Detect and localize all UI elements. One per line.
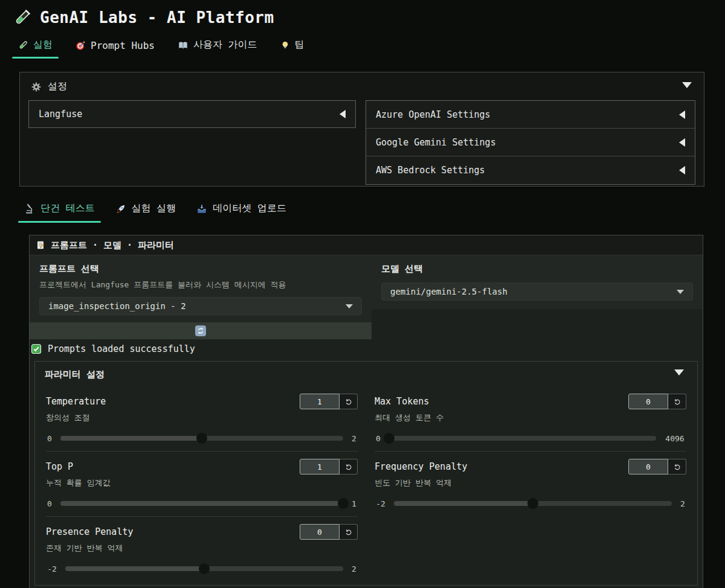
- google-gemini-accordion[interactable]: Google Gemini Settings: [366, 129, 695, 156]
- model-group: 모델 선택 gemini/gemini-2.5-flash: [372, 255, 703, 309]
- prompt-model-params-panel: 프롬프트 · 모델 · 파라미터 프롬프트 선택 프로젝트에서 Langfuse…: [29, 235, 703, 588]
- reset-icon[interactable]: [668, 394, 686, 409]
- status-row: Prompts loaded successfully: [30, 339, 703, 359]
- slider-fill: [394, 501, 533, 506]
- slider-max-label: 4096: [663, 434, 686, 443]
- top-p-input[interactable]: [300, 459, 340, 475]
- tab-label: 실험: [33, 39, 53, 51]
- status-text: Prompts loaded successfully: [48, 344, 195, 354]
- tab-label: Prompt Hubs: [91, 40, 155, 51]
- param-info: 최대 생성 토큰 수: [375, 412, 686, 423]
- slider-max-label: 1: [350, 499, 358, 508]
- chevron-left-icon: [340, 110, 346, 118]
- prompt-select-info: 프로젝트에서 Langfuse 프롬프트를 불러와 시스템 메시지에 적용: [39, 280, 362, 290]
- book-icon: [178, 40, 188, 51]
- slider-min-label: -2: [46, 564, 58, 574]
- param-label: Top P: [46, 461, 73, 472]
- param-label: Max Tokens: [375, 396, 429, 407]
- tab-single-test[interactable]: 단건 테스트: [18, 197, 101, 223]
- bulb-icon: [280, 40, 290, 50]
- tab-tips[interactable]: 팁: [272, 34, 313, 59]
- sub-tabs: 단건 테스트 실험 실행 데이터셋 업로드: [18, 197, 725, 223]
- panel-title: 프롬프트 · 모델 · 파라미터: [51, 240, 174, 251]
- param-info: 빈도 기반 반복 억제: [375, 478, 686, 488]
- param-frequency-penalty: Frequency Penalty 빈도 기반 반복 억제 -2: [375, 452, 686, 517]
- param-label: Temperature: [46, 396, 106, 407]
- tab-experiment[interactable]: 실험: [10, 34, 61, 59]
- slider-track[interactable]: [60, 436, 343, 441]
- param-info: 누적 확률 임계값: [46, 478, 358, 488]
- slider-track[interactable]: [389, 436, 656, 441]
- aws-bedrock-accordion[interactable]: AWS Bedrock Settings: [366, 156, 695, 184]
- chevron-left-icon: [679, 138, 685, 147]
- chevron-down-icon: [346, 304, 353, 308]
- param-presence-penalty: Presence Penalty 존재 기반 반복 억제 -2: [46, 517, 358, 581]
- chevron-left-icon: [679, 166, 685, 174]
- tab-prompt-hubs[interactable]: Prompt Hubs: [67, 35, 163, 59]
- max-tokens-slider: 0 4096: [375, 433, 686, 444]
- gear-icon: [31, 81, 42, 92]
- memo-icon: [36, 240, 45, 250]
- slider-min-label: 0: [46, 499, 53, 508]
- slider-handle[interactable]: [338, 498, 349, 509]
- settings-body: Langfuse Azure OpenAI Settings Google Ge…: [20, 99, 704, 185]
- param-number-group: [628, 394, 686, 409]
- accordion-label: Google Gemini Settings: [376, 137, 496, 148]
- param-top-p: Top P 누적 확률 임계값 0: [46, 452, 358, 517]
- temperature-slider: 0 2: [46, 433, 358, 444]
- slider-handle[interactable]: [199, 563, 210, 574]
- slider-max-label: 2: [350, 434, 358, 443]
- nav-tabs: 실험 Prompt Hubs 사용자 가이드: [10, 34, 725, 59]
- microscope-icon: [24, 203, 35, 214]
- slider-fill: [60, 501, 343, 506]
- langfuse-accordion[interactable]: Langfuse: [28, 100, 356, 128]
- temperature-input[interactable]: [300, 394, 340, 409]
- model-select-dropdown[interactable]: gemini/gemini-2.5-flash: [381, 283, 693, 301]
- chevron-down-icon[interactable]: [682, 82, 692, 88]
- reset-icon[interactable]: [340, 394, 358, 409]
- slider-handle[interactable]: [527, 498, 538, 509]
- azure-openai-accordion[interactable]: Azure OpenAI Settings: [366, 101, 695, 129]
- rocket-icon: [115, 203, 126, 214]
- param-info: 존재 기반 반복 억제: [46, 543, 358, 554]
- param-label: Presence Penalty: [46, 526, 134, 537]
- slider-min-label: 0: [375, 434, 382, 443]
- parameters-title: 파라미터 설정: [45, 369, 105, 380]
- settings-accordion-header[interactable]: 설정: [20, 72, 704, 99]
- frequency-penalty-input[interactable]: [628, 459, 668, 475]
- slider-handle[interactable]: [384, 433, 395, 444]
- max-tokens-input[interactable]: [628, 394, 668, 409]
- slider-max-label: 2: [350, 564, 358, 574]
- test-tube-icon: [13, 8, 31, 27]
- tab-dataset-upload[interactable]: 데이터셋 업로드: [190, 197, 292, 223]
- parameters-accordion-header[interactable]: 파라미터 설정: [35, 362, 697, 386]
- provider-accordion-stack: Azure OpenAI Settings Google Gemini Sett…: [366, 100, 695, 185]
- accordion-label: AWS Bedrock Settings: [376, 165, 485, 176]
- slider-track[interactable]: [394, 501, 672, 506]
- parameters-accordion: 파라미터 설정 Temperature 창의성 조: [34, 361, 698, 586]
- test-tube-icon: [18, 40, 28, 50]
- prompt-select-value: image_inspection_origin - 2: [48, 301, 186, 311]
- reset-icon[interactable]: [340, 459, 358, 475]
- tab-label: 팁: [295, 39, 304, 51]
- target-icon: [76, 40, 86, 51]
- param-number-group: [300, 459, 358, 475]
- chevron-down-icon[interactable]: [674, 369, 684, 375]
- slider-track[interactable]: [60, 501, 343, 506]
- slider-handle[interactable]: [196, 433, 207, 444]
- frequency-penalty-slider: -2 2: [375, 498, 686, 509]
- refresh-prompts-button[interactable]: [30, 322, 372, 339]
- model-select-value: gemini/gemini-2.5-flash: [390, 287, 507, 296]
- presence-penalty-input[interactable]: [300, 524, 340, 540]
- slider-track[interactable]: [65, 566, 343, 571]
- param-number-group: [628, 459, 686, 475]
- param-temperature: Temperature 창의성 조절 0: [46, 386, 358, 452]
- reset-icon[interactable]: [668, 459, 686, 475]
- top-p-slider: 0 1: [46, 498, 358, 509]
- settings-title: 설정: [48, 80, 67, 93]
- tab-user-guide[interactable]: 사용자 가이드: [169, 34, 266, 59]
- slider-max-label: 2: [679, 499, 686, 508]
- prompt-select-dropdown[interactable]: image_inspection_origin - 2: [39, 297, 362, 315]
- tab-run-experiment[interactable]: 실험 실행: [109, 197, 182, 223]
- reset-icon[interactable]: [340, 524, 358, 540]
